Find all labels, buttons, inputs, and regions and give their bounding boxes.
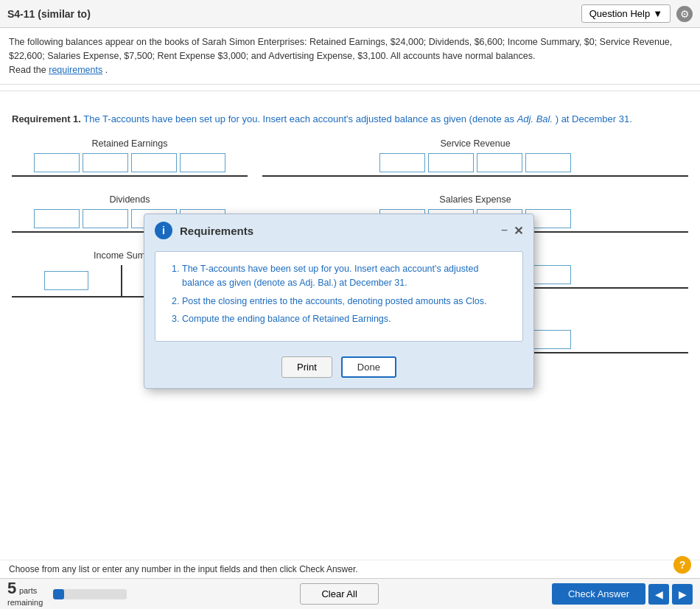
modal-header-left: i Requirements bbox=[155, 222, 253, 239]
requirement-heading: Requirement 1. The T-accounts have been … bbox=[12, 112, 688, 127]
modal-footer: Print Done bbox=[144, 351, 533, 380]
requirements-modal: i Requirements − ✕ The T-accounts have b… bbox=[144, 214, 534, 380]
modal-body: The T-accounts have been set up for you.… bbox=[155, 251, 523, 342]
header: S4-11 (similar to) Question Help ▼ ⚙ bbox=[0, 0, 700, 28]
question-help-button[interactable]: Question Help ▼ bbox=[581, 4, 671, 23]
service-revenue-input-4[interactable] bbox=[525, 153, 571, 172]
income-summary-input-left[interactable] bbox=[44, 271, 88, 290]
chevron-down-icon: ▼ bbox=[653, 8, 662, 19]
dividends-label: Dividends bbox=[12, 194, 248, 205]
modal-controls: − ✕ bbox=[501, 224, 523, 238]
service-revenue-input-2[interactable] bbox=[428, 153, 474, 172]
req-blue-text: The T-accounts have been set up for you.… bbox=[83, 113, 631, 124]
dividends-input-2[interactable] bbox=[83, 209, 128, 228]
taccounts-row-1: Retained Earnings Service Revenue bbox=[12, 138, 688, 177]
header-right: Question Help ▼ ⚙ bbox=[581, 4, 693, 23]
requirements-list: The T-accounts have been set up for you.… bbox=[167, 262, 511, 326]
retained-earnings-input-3[interactable] bbox=[131, 153, 177, 172]
requirement-item-2: Post the closing entries to the accounts… bbox=[182, 295, 511, 309]
modal-title: Requirements bbox=[180, 225, 253, 237]
retained-earnings-section: Retained Earnings bbox=[12, 138, 248, 177]
info-icon: i bbox=[155, 222, 172, 239]
service-revenue-section: Service Revenue bbox=[262, 138, 688, 177]
salaries-expense-label: Salaries Expense bbox=[262, 194, 688, 205]
modal-header: i Requirements − ✕ bbox=[144, 214, 533, 245]
retained-earnings-label: Retained Earnings bbox=[12, 138, 248, 149]
service-revenue-input-3[interactable] bbox=[477, 153, 522, 172]
service-revenue-label: Service Revenue bbox=[262, 138, 688, 149]
retained-earnings-input-4[interactable] bbox=[180, 153, 225, 172]
service-revenue-input-1[interactable] bbox=[379, 153, 425, 172]
requirement-item-3: Compute the ending balance of Retained E… bbox=[182, 312, 511, 326]
requirement-item-1: The T-accounts have been set up for you.… bbox=[182, 262, 511, 290]
read-label: Read the bbox=[9, 65, 49, 75]
retained-earnings-boxes bbox=[12, 153, 248, 177]
period: . bbox=[105, 65, 108, 75]
retained-earnings-input-2[interactable] bbox=[83, 153, 128, 172]
page-title: S4-11 (similar to) bbox=[7, 8, 91, 20]
minimize-button[interactable]: − bbox=[501, 225, 508, 236]
print-button[interactable]: Print bbox=[281, 356, 332, 378]
dividends-input-1[interactable] bbox=[34, 209, 80, 228]
gear-icon[interactable]: ⚙ bbox=[676, 6, 693, 22]
problem-text: The following balances appear on the boo… bbox=[0, 28, 700, 85]
requirements-link[interactable]: requirements bbox=[49, 65, 102, 75]
retained-earnings-input-1[interactable] bbox=[34, 153, 80, 172]
done-button[interactable]: Done bbox=[341, 356, 396, 378]
problem-description: The following balances appear on the boo… bbox=[9, 37, 672, 61]
req-bold: Requirement 1. bbox=[12, 113, 81, 124]
service-revenue-boxes bbox=[262, 153, 688, 177]
close-button[interactable]: ✕ bbox=[514, 224, 523, 238]
